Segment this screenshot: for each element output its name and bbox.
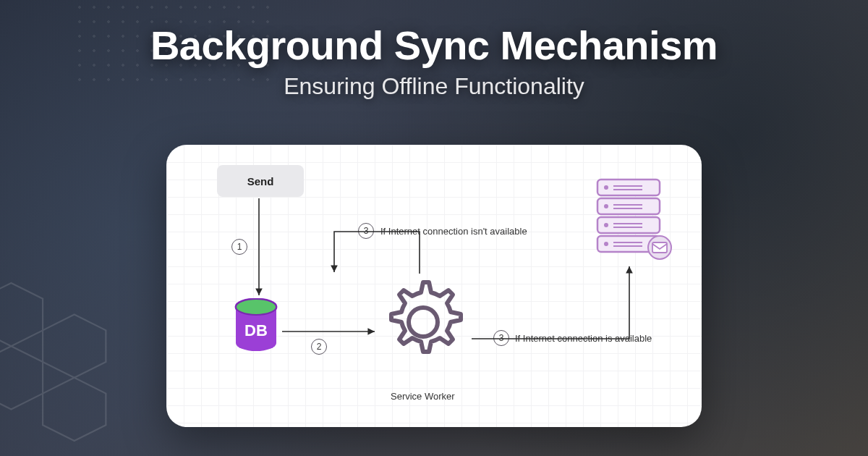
svg-rect-23 (613, 245, 642, 247)
decorative-hexagons (0, 275, 130, 449)
page-subtitle: Ensuring Offline Functionality (0, 73, 868, 100)
step-circle-3-online: 3 (493, 330, 509, 346)
gear-icon (376, 275, 470, 369)
step-circle-3-offline: 3 (358, 223, 374, 239)
db-label: DB (244, 321, 268, 339)
step-1-number: 1 (237, 242, 242, 252)
svg-rect-16 (613, 204, 642, 206)
database-icon: DB (233, 298, 279, 355)
svg-marker-1 (43, 315, 106, 378)
svg-rect-17 (613, 208, 642, 209)
send-button[interactable]: Send (217, 165, 304, 197)
svg-rect-19 (613, 223, 642, 224)
svg-marker-0 (0, 283, 43, 346)
step-circle-2: 2 (311, 339, 327, 355)
diagram-card: Send DB (166, 145, 702, 427)
svg-point-7 (409, 308, 438, 337)
header: Background Sync Mechanism Ensuring Offli… (0, 0, 868, 100)
svg-point-18 (604, 223, 608, 227)
server-icon (593, 175, 673, 262)
svg-point-12 (604, 185, 608, 190)
mail-icon (648, 236, 671, 259)
online-caption: If Internet connection is available (515, 333, 652, 344)
svg-point-15 (604, 204, 608, 208)
step-3a-number: 3 (364, 226, 369, 236)
step-3b-number: 3 (499, 333, 504, 343)
svg-rect-13 (613, 185, 642, 187)
svg-rect-22 (613, 242, 642, 243)
svg-rect-25 (652, 242, 667, 253)
service-worker-label: Service Worker (391, 391, 455, 402)
svg-rect-14 (613, 189, 642, 190)
svg-marker-2 (0, 346, 43, 409)
send-button-label: Send (247, 175, 274, 187)
page-title: Background Sync Mechanism (0, 22, 868, 69)
step-circle-1: 1 (231, 239, 247, 255)
svg-marker-3 (43, 378, 106, 441)
step-2-number: 2 (317, 342, 322, 352)
svg-rect-20 (613, 227, 642, 228)
offline-caption: If Internet connection isn't available (380, 226, 527, 237)
svg-point-21 (604, 242, 608, 246)
